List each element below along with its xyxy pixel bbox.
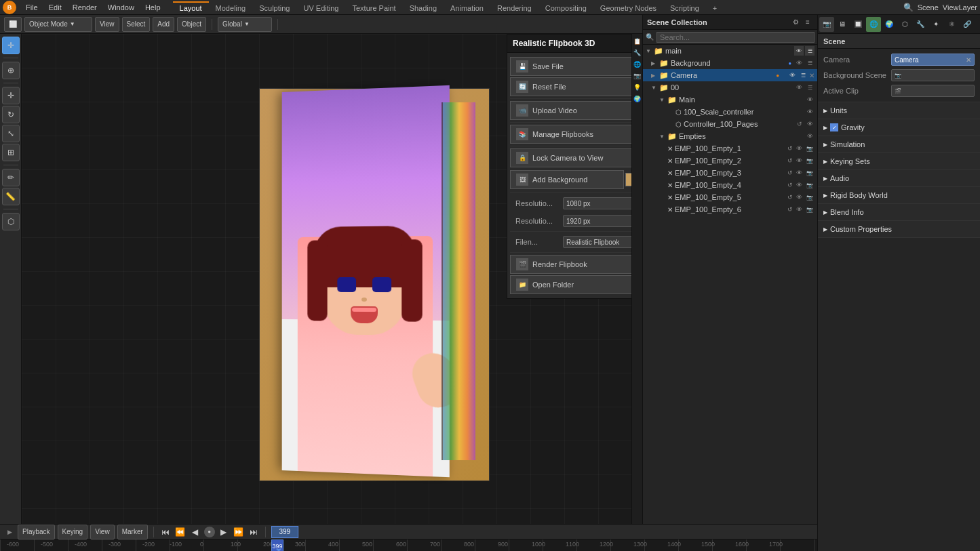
camera-field-x[interactable]: ✕ [966, 56, 971, 64]
tab-scripting[interactable]: Scripting [663, 1, 706, 14]
main-sub-hide-btn[interactable]: 👁 [805, 95, 815, 104]
select-btn[interactable]: Select [122, 17, 151, 32]
emp1-restrict[interactable]: ↺ [787, 145, 793, 152]
tree-item-emp3[interactable]: ✕ EMP_100_Empty_3 ↺ 👁 📷 [643, 167, 817, 179]
ctrl-pages-hide[interactable]: 👁 [805, 119, 815, 129]
scene-icon-search[interactable]: 🔍 [903, 3, 914, 12]
tab-modeling[interactable]: Modeling [209, 1, 253, 14]
menu-window[interactable]: Window [102, 2, 140, 13]
00-hide-btn[interactable]: 👁 [794, 83, 804, 92]
outliner-options-btn[interactable]: ≡ [802, 17, 813, 28]
gravity-header[interactable]: ▶ ✓ Gravity [818, 119, 980, 136]
playback-dropdown[interactable]: Playback [18, 525, 55, 539]
prop-icon-object[interactable]: ⬡ [897, 17, 912, 32]
cam-restrict-btn[interactable]: ☰ [798, 70, 808, 80]
tool-cursor[interactable]: ⊕ [2, 62, 20, 79]
tree-item-background[interactable]: ▶ 📁 Background ● 👁 ☰ [643, 57, 817, 69]
prop-icon-view-layer[interactable]: 🔲 [850, 17, 865, 32]
view-dropdown[interactable]: View [90, 525, 115, 539]
tree-item-emp2[interactable]: ✕ EMP_100_Empty_2 ↺ 👁 📷 [643, 155, 817, 167]
tree-item-main[interactable]: ▼ 📁 main 👁 ☰ [643, 45, 817, 57]
open-folder-button[interactable]: 📁 Open Folder [510, 275, 639, 294]
main-select-btn[interactable]: ☰ [805, 46, 815, 56]
tab-animation[interactable]: Animation [444, 1, 490, 14]
bg-hide-btn[interactable]: 👁 [794, 58, 804, 68]
background-scene-input[interactable]: 📷 [891, 69, 975, 81]
side-icon-5[interactable]: 💡 [633, 83, 642, 92]
prop-icon-particles[interactable]: ✦ [928, 17, 943, 32]
viewport-type-btn[interactable]: ⬜ [4, 17, 22, 32]
prop-icon-constraints[interactable]: 🔗 [960, 17, 975, 32]
tree-item-emp4[interactable]: ✕ EMP_100_Empty_4 ↺ 👁 📷 [643, 179, 817, 191]
emp5-camera[interactable]: 📷 [805, 192, 815, 202]
tool-transform[interactable]: ⊞ [2, 144, 20, 161]
prop-icon-scene[interactable]: 🌐 [866, 17, 881, 32]
tool-annotate[interactable]: ✏ [2, 169, 20, 186]
reset-file-button[interactable]: 🔄 Reset File [510, 77, 639, 96]
simulation-header[interactable]: ▶ Simulation [818, 136, 980, 152]
main-hide-btn[interactable]: 👁 [794, 46, 804, 56]
audio-header[interactable]: ▶ Audio [818, 170, 980, 186]
tree-item-empties[interactable]: ▼ 📁 Empties 👁 [643, 130, 817, 142]
filename-value[interactable]: Realistic Flipbook [563, 236, 633, 248]
rigid-body-world-header[interactable]: ▶ Rigid Body World [818, 187, 980, 203]
menu-file[interactable]: File [20, 2, 43, 13]
add-btn[interactable]: Add [153, 17, 174, 32]
emp3-hide[interactable]: 👁 [794, 168, 804, 178]
keying-dropdown[interactable]: Keying [58, 525, 88, 539]
play-btn[interactable]: ▶ [218, 526, 230, 538]
tree-item-scale-controller[interactable]: ▶ ⬡ 100_Scale_controller 👁 [643, 106, 817, 118]
prop-icon-render[interactable]: 📷 [819, 17, 834, 32]
object-mode-dropdown[interactable]: Object Mode ▼ [24, 17, 92, 32]
emp1-hide[interactable]: 👁 [794, 144, 804, 153]
transform-dropdown[interactable]: Global ▼ [218, 17, 272, 32]
jump-start-btn[interactable]: ⏮ [159, 526, 172, 538]
scale-ctrl-hide[interactable]: 👁 [805, 107, 815, 117]
tab-sculpting[interactable]: Sculpting [252, 1, 296, 14]
menu-edit[interactable]: Edit [43, 2, 67, 13]
tool-select[interactable]: ✛ [2, 37, 20, 54]
save-file-button[interactable]: 💾 Save File [510, 57, 639, 76]
object-btn[interactable]: Object [177, 17, 206, 32]
outliner-search-input[interactable] [656, 32, 815, 43]
tool-scale[interactable]: ⤡ [2, 125, 20, 142]
tab-layout[interactable]: Layout [173, 1, 209, 14]
tab-add[interactable]: + [706, 1, 724, 14]
emp2-restrict[interactable]: ↺ [787, 157, 793, 164]
emp3-restrict[interactable]: ↺ [787, 169, 793, 176]
side-icon-3[interactable]: 🌐 [633, 60, 642, 69]
prop-icon-output[interactable]: 🖥 [835, 17, 850, 32]
emp4-camera[interactable]: 📷 [805, 180, 815, 190]
cam-color-tag[interactable]: ● [776, 73, 779, 79]
tree-item-emp6[interactable]: ✕ EMP_100_Empty_6 ↺ 👁 📷 [643, 203, 817, 216]
prop-icon-world[interactable]: 🌍 [882, 17, 897, 32]
play-reverse-btn[interactable]: ◀ [189, 526, 201, 538]
render-flipbook-button[interactable]: 🎬 Render Flipbook [510, 255, 639, 274]
emp2-hide[interactable]: 👁 [794, 156, 804, 165]
timeline-mode-icon[interactable]: ▶ [4, 527, 15, 537]
emp6-camera[interactable]: 📷 [805, 205, 815, 214]
view-btn[interactable]: View [95, 17, 119, 32]
menu-render[interactable]: Render [67, 2, 102, 13]
step-back-btn[interactable]: ⏪ [174, 526, 187, 538]
blend-info-header[interactable]: ▶ Blend Info [818, 204, 980, 220]
tree-item-00[interactable]: ▼ 📁 00 👁 ☰ [643, 81, 817, 94]
marker-dropdown[interactable]: Marker [117, 525, 148, 539]
tree-item-camera[interactable]: ▶ 📁 Camera ● 👁 ☰ ✕ [643, 69, 817, 81]
add-background-button[interactable]: 🖼 Add Background [510, 170, 624, 189]
play-stop-indicator[interactable]: ● [204, 527, 215, 537]
00-restrict-btn[interactable]: ☰ [805, 83, 815, 92]
empties-hide[interactable]: 👁 [805, 131, 815, 141]
cam-close-btn[interactable]: ✕ [809, 72, 815, 79]
emp6-hide[interactable]: 👁 [794, 205, 804, 214]
step-forward-btn[interactable]: ⏩ [233, 526, 245, 538]
emp4-hide[interactable]: 👁 [794, 180, 804, 190]
menu-help[interactable]: Help [140, 2, 166, 13]
tool-add[interactable]: ⬡ [2, 213, 20, 230]
gravity-checkbox[interactable]: ✓ [830, 123, 838, 131]
side-icon-4[interactable]: 📷 [633, 71, 642, 81]
ctrl-pages-extra[interactable]: ↺ [797, 121, 802, 127]
tab-compositing[interactable]: Compositing [538, 1, 593, 14]
side-icon-2[interactable]: 🔧 [633, 48, 642, 58]
emp4-restrict[interactable]: ↺ [787, 182, 793, 188]
